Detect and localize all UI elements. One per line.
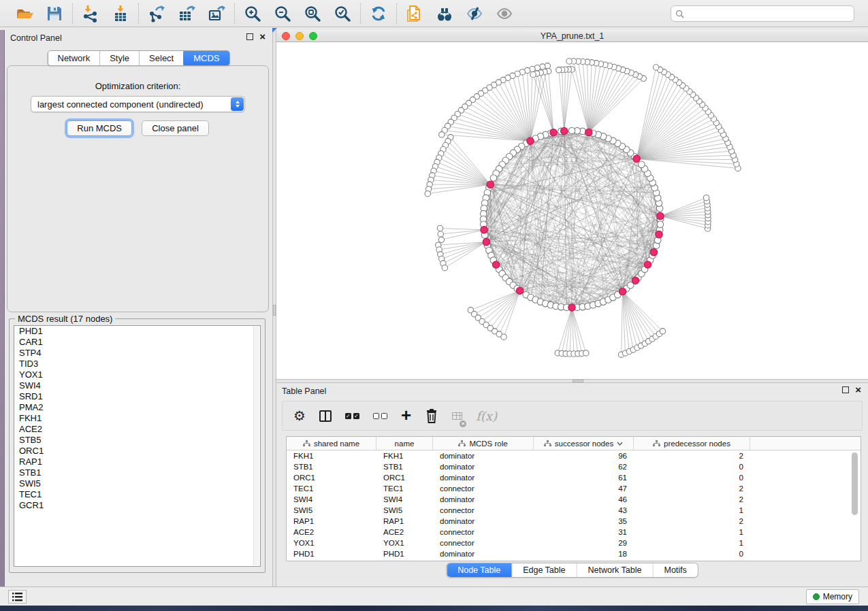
mcds-result-item[interactable]: CAR1 [14, 337, 260, 348]
mcds-result-item[interactable]: STB1 [14, 467, 260, 478]
table-scrollbar[interactable] [852, 451, 858, 559]
network-leaf-node[interactable] [442, 265, 447, 271]
mcds-result-item[interactable]: PHD1 [14, 326, 260, 337]
mcds-result-item[interactable]: ORC1 [14, 446, 260, 457]
export-network-button[interactable] [147, 4, 166, 23]
splitter-handle[interactable] [573, 380, 583, 382]
select-all-button[interactable]: ✓✓ [345, 407, 359, 425]
mcds-result-item[interactable]: SWI5 [14, 478, 260, 489]
search-field[interactable] [671, 5, 854, 22]
zoom-out-button[interactable] [273, 4, 292, 23]
network-leaf-node[interactable] [438, 231, 443, 237]
float-panel-icon[interactable] [246, 33, 253, 40]
mcds-result-item[interactable]: RAP1 [14, 457, 260, 467]
column-header-MCDS-role[interactable]: MCDS role [433, 437, 534, 450]
zoom-fit-button[interactable] [303, 4, 322, 23]
run-mcds-button[interactable]: Run MCDS [67, 120, 132, 136]
find-button[interactable] [435, 4, 454, 23]
import-network-button[interactable] [81, 4, 100, 23]
export-image-button[interactable] [207, 4, 226, 23]
column-header-predecessor-nodes[interactable]: predecessor nodes [634, 437, 750, 450]
mcds-node[interactable] [487, 181, 494, 188]
save-session-button[interactable] [45, 4, 64, 23]
tab-select[interactable]: Select [140, 51, 184, 65]
close-panel-icon[interactable]: × [855, 386, 861, 393]
minimize-window-icon[interactable] [295, 32, 304, 40]
tab-mcds[interactable]: MCDS [183, 50, 229, 66]
mcds-node[interactable] [632, 277, 639, 284]
tab-node-table[interactable]: Node Table [447, 563, 512, 577]
table-row[interactable]: SWI4SWI4dominator462 [287, 494, 861, 505]
mcds-node[interactable] [568, 304, 575, 311]
maximize-window-icon[interactable] [309, 32, 317, 40]
mcds-node[interactable] [585, 129, 592, 135]
scrollbar-thumb[interactable] [852, 452, 858, 515]
network-leaf-node[interactable] [439, 132, 445, 137]
table-row[interactable]: FKH1FKH1dominator962 [287, 450, 861, 461]
close-panel-button[interactable]: Close panel [142, 120, 209, 136]
mcds-result-item[interactable]: GCR1 [14, 500, 260, 511]
open-file-button[interactable] [15, 4, 34, 23]
mcds-node[interactable] [550, 129, 557, 136]
column-header-shared-name[interactable]: shared name [287, 437, 376, 450]
tab-motifs[interactable]: Motifs [653, 563, 697, 577]
deselect-all-button[interactable] [373, 407, 387, 425]
tab-style[interactable]: Style [100, 51, 140, 65]
table-row[interactable]: SWI5SWI5connector431 [287, 505, 861, 516]
network-node[interactable] [568, 127, 575, 134]
mcds-node[interactable] [650, 249, 657, 256]
zoom-selected-button[interactable] [333, 4, 352, 23]
table-row[interactable]: PHD1PHD1dominator180 [287, 548, 861, 559]
mcds-result-item[interactable]: TID3 [14, 359, 260, 369]
mcds-node[interactable] [619, 288, 626, 295]
network-leaf-node[interactable] [566, 59, 572, 64]
network-leaf-node[interactable] [703, 195, 709, 201]
mcds-result-item[interactable]: YOX1 [14, 369, 260, 380]
table-row[interactable]: TEC1TEC1connector472 [287, 483, 861, 494]
hide-selected-button[interactable] [465, 4, 484, 23]
network-from-file-button[interactable] [405, 4, 424, 23]
table-row[interactable]: ORC1ORC1dominator610 [287, 472, 861, 483]
float-panel-icon[interactable] [842, 386, 849, 393]
close-window-icon[interactable] [282, 32, 290, 40]
mcds-node[interactable] [483, 238, 489, 245]
network-leaf-node[interactable] [556, 67, 562, 73]
column-header-successor-nodes[interactable]: successor nodes [534, 437, 634, 450]
function-builder-button[interactable]: f(x) [476, 407, 497, 425]
import-table-button[interactable] [111, 4, 130, 23]
mcds-node[interactable] [656, 231, 662, 237]
mcds-result-item[interactable]: SRD1 [14, 391, 260, 402]
network-canvas[interactable] [276, 42, 868, 379]
mcds-result-item[interactable]: STP4 [14, 348, 260, 359]
tab-network-table[interactable]: Network Table [577, 563, 654, 577]
table-row[interactable]: RAP1RAP1dominator352 [287, 516, 861, 527]
network-leaf-node[interactable] [530, 71, 536, 77]
tab-network[interactable]: Network [48, 51, 100, 65]
network-leaf-node[interactable] [501, 334, 507, 340]
network-window-titlebar[interactable]: YPA_prune.txt_1 [276, 30, 868, 42]
table-row[interactable]: YOX1YOX1connector291 [287, 538, 861, 548]
tab-edge-table[interactable]: Edge Table [512, 563, 577, 577]
mcds-result-item[interactable]: ACE2 [14, 424, 260, 435]
splitter-handle[interactable] [273, 305, 276, 316]
network-leaf-node[interactable] [437, 225, 443, 231]
network-node[interactable] [490, 175, 497, 182]
mcds-node[interactable] [492, 261, 499, 268]
mcds-result-item[interactable]: STB5 [14, 435, 260, 446]
table-row[interactable]: STB1STB1dominator620 [287, 461, 861, 472]
mcds-node[interactable] [527, 137, 534, 144]
task-history-button[interactable] [8, 590, 27, 604]
network-node[interactable] [657, 221, 664, 228]
zoom-in-button[interactable] [243, 4, 262, 23]
memory-button[interactable]: Memory [806, 589, 859, 604]
delete-column-button[interactable] [425, 407, 438, 425]
column-header-name[interactable]: name [376, 437, 433, 450]
export-table-button[interactable] [177, 4, 196, 23]
delete-table-button[interactable]: × [452, 407, 462, 425]
network-leaf-node[interactable] [583, 350, 589, 356]
mcds-result-item[interactable]: FKH1 [14, 413, 260, 424]
mcds-node[interactable] [633, 155, 640, 162]
show-all-button[interactable] [495, 4, 514, 23]
mcds-node[interactable] [481, 227, 487, 233]
table-settings-button[interactable]: ⚙ [293, 407, 306, 425]
